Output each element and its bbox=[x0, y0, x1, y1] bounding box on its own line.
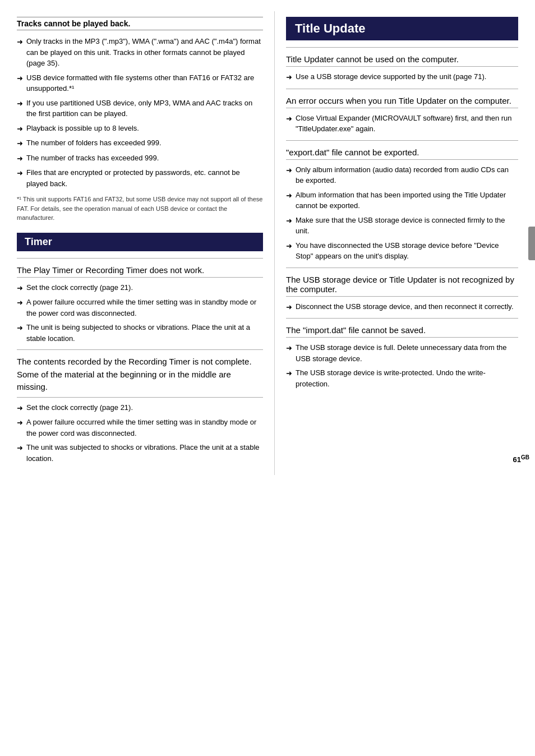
arrow-icon: ➜ bbox=[286, 113, 292, 125]
arrow-icon: ➜ bbox=[286, 241, 292, 252]
divider bbox=[17, 349, 263, 350]
updater-cannot-title: Title Updater cannot be used on the comp… bbox=[286, 54, 518, 67]
list-item: ➜ The unit was subjected to shocks or vi… bbox=[17, 442, 263, 464]
list-item: ➜ Only tracks in the MP3 (".mp3"), WMA (… bbox=[17, 36, 263, 69]
arrow-icon: ➜ bbox=[286, 343, 292, 354]
left-column: Tracks cannot be played back. ➜ Only tra… bbox=[0, 11, 275, 475]
arrow-icon: ➜ bbox=[17, 138, 23, 149]
divider bbox=[17, 258, 263, 259]
recording-timer-title: The contents recorded by the Recording T… bbox=[17, 356, 263, 398]
list-item: ➜ The USB storage device is full. Delete… bbox=[286, 342, 518, 364]
play-timer-title: The Play Timer or Recording Timer does n… bbox=[17, 265, 263, 278]
list-item: ➜ Set the clock correctly (page 21). bbox=[17, 402, 263, 414]
arrow-icon: ➜ bbox=[17, 98, 23, 109]
footnote-text: *¹ This unit supports FAT16 and FAT32, b… bbox=[17, 195, 263, 223]
list-item: ➜ The unit is being subjected to shocks … bbox=[17, 322, 263, 344]
play-timer-bullets: ➜ Set the clock correctly (page 21). ➜ A… bbox=[17, 282, 263, 344]
list-item: ➜ Playback is possible up to 8 levels. bbox=[17, 123, 263, 135]
arrow-icon: ➜ bbox=[17, 403, 23, 414]
recording-bullets: ➜ Set the clock correctly (page 21). ➜ A… bbox=[17, 402, 263, 464]
divider bbox=[286, 89, 518, 89]
updater-cannot-bullets: ➜ Use a USB storage device supported by … bbox=[286, 71, 518, 83]
import-bullets: ➜ The USB storage device is full. Delete… bbox=[286, 342, 518, 389]
arrow-icon: ➜ bbox=[286, 368, 292, 379]
arrow-icon: ➜ bbox=[286, 302, 292, 313]
arrow-icon: ➜ bbox=[286, 72, 292, 83]
divider bbox=[286, 47, 518, 48]
export-title: "export.dat" file cannot be exported. bbox=[286, 147, 518, 160]
export-bullets: ➜ Only album information (audio data) re… bbox=[286, 164, 518, 262]
list-item: ➜ If you use partitioned USB device, onl… bbox=[17, 98, 263, 119]
tracks-bullets: ➜ Only tracks in the MP3 (".mp3"), WMA (… bbox=[17, 36, 263, 189]
arrow-icon: ➜ bbox=[17, 297, 23, 308]
list-item: ➜ Make sure that the USB storage device … bbox=[286, 215, 518, 237]
arrow-icon: ➜ bbox=[286, 165, 292, 176]
error-title: An error occurs when you run Title Updat… bbox=[286, 96, 518, 108]
arrow-icon: ➜ bbox=[17, 283, 23, 294]
arrow-icon: ➜ bbox=[17, 322, 23, 334]
list-item: ➜ Only album information (audio data) re… bbox=[286, 164, 518, 186]
not-recognized-bullets: ➜ Disconnect the USB storage device, and… bbox=[286, 301, 518, 313]
timer-header: Timer bbox=[17, 233, 263, 251]
right-column: Title Update Title Updater cannot be use… bbox=[275, 11, 535, 475]
list-item: ➜ A power failure occurred while the tim… bbox=[17, 297, 263, 319]
list-item: ➜ A power failure occurred while the tim… bbox=[17, 417, 263, 439]
arrow-icon: ➜ bbox=[286, 190, 292, 201]
arrow-icon: ➜ bbox=[17, 417, 23, 428]
divider bbox=[286, 268, 518, 268]
arrow-icon: ➜ bbox=[17, 153, 23, 164]
title-update-header: Title Update bbox=[286, 17, 518, 40]
arrow-icon: ➜ bbox=[17, 36, 23, 48]
list-item: ➜ Set the clock correctly (page 21). bbox=[17, 282, 263, 294]
list-item: ➜ You have disconnected the USB storage … bbox=[286, 240, 518, 262]
arrow-icon: ➜ bbox=[17, 73, 23, 84]
arrow-icon: ➜ bbox=[17, 442, 23, 454]
tracks-section-title: Tracks cannot be played back. bbox=[17, 17, 263, 30]
not-recognized-title: The USB storage device or Title Updater … bbox=[286, 275, 518, 297]
import-title: The "import.dat" file cannot be saved. bbox=[286, 325, 518, 338]
side-tab bbox=[528, 227, 535, 260]
list-item: ➜ The number of tracks has exceeded 999. bbox=[17, 153, 263, 164]
page-number: 61GB bbox=[513, 454, 529, 464]
list-item: ➜ Close Virtual Expander (MICROVAULT sof… bbox=[286, 113, 518, 135]
list-item: ➜ The USB storage device is write-protec… bbox=[286, 367, 518, 389]
list-item: ➜ Files that are encrypted or protected … bbox=[17, 167, 263, 189]
divider bbox=[286, 140, 518, 141]
arrow-icon: ➜ bbox=[17, 123, 23, 135]
list-item: ➜ Disconnect the USB storage device, and… bbox=[286, 301, 518, 313]
error-bullets: ➜ Close Virtual Expander (MICROVAULT sof… bbox=[286, 113, 518, 135]
list-item: ➜ Album information that has been import… bbox=[286, 190, 518, 211]
list-item: ➜ The number of folders has exceeded 999… bbox=[17, 137, 263, 149]
divider bbox=[286, 318, 518, 319]
arrow-icon: ➜ bbox=[17, 168, 23, 179]
arrow-icon: ➜ bbox=[286, 215, 292, 227]
list-item: ➜ USB device formatted with file systems… bbox=[17, 72, 263, 94]
list-item: ➜ Use a USB storage device supported by … bbox=[286, 71, 518, 83]
